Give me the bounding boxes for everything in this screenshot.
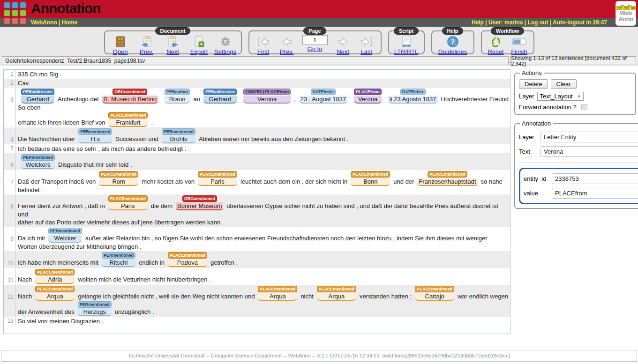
annotated-token[interactable]: ORGmentionedR. Museo di Berlino: [102, 88, 158, 104]
annotation-layer-input[interactable]: [540, 132, 638, 142]
first-page-link[interactable]: First: [257, 48, 269, 55]
goto-page[interactable]: Go to: [300, 35, 330, 52]
annotated-token[interactable]: PLACEmentionedFranzosenhauptstadt: [417, 171, 477, 186]
annotated-word[interactable]: 23 . August 1837: [299, 96, 348, 104]
annotated-word[interactable]: Ritschl: [102, 259, 135, 267]
annotation-label-badge[interactable]: PLACEmentioned: [35, 269, 75, 275]
annotated-word[interactable]: Bonn: [351, 178, 390, 186]
annotated-word[interactable]: Arqua: [258, 293, 297, 301]
annotation-label-badge[interactable]: PLACEmentioned: [198, 171, 237, 178]
doc-prev-icon[interactable]: [141, 35, 153, 48]
annotated-token[interactable]: PERaddresseeGerhard: [203, 88, 237, 104]
document-settings[interactable]: Settings: [214, 35, 237, 55]
annotation-label-badge[interactable]: PERmentioned: [78, 301, 112, 308]
annotated-token[interactable]: PERmentionedBrühls: [162, 128, 195, 143]
ltr-rtl-icon[interactable]: [400, 35, 413, 48]
annotation-label-badge[interactable]: PERaddressee: [21, 89, 54, 95]
first-page[interactable]: First: [253, 35, 274, 55]
annotated-token[interactable]: ORGmentionedBonner Museum: [176, 195, 223, 210]
annotation-label-badge[interactable]: PERmentioned: [78, 128, 112, 135]
last-page-arrow-icon[interactable]: [360, 35, 373, 48]
annotation-label-badge[interactable]: PLACEmentioned: [428, 171, 467, 178]
annotation-label-badge[interactable]: PLACEmentioned: [258, 286, 297, 292]
annotated-word[interactable]: Paris: [108, 202, 148, 210]
annotated-token[interactable]: PERmentionedH.s: [78, 128, 112, 143]
next-page[interactable]: Next: [333, 35, 353, 55]
annotated-word[interactable]: Paris: [198, 178, 237, 186]
annotated-token[interactable]: PLACEmentionedArqua: [317, 285, 356, 301]
value-input[interactable]: [552, 188, 638, 199]
annotated-word[interactable]: Verona: [354, 96, 382, 104]
annotated-token[interactable]: 2338753 | PLACEfromVerona: [243, 88, 291, 104]
progress-bar-icon[interactable]: [512, 35, 527, 48]
forward-annotation-checkbox[interactable]: [581, 104, 587, 110]
annotation-label-badge[interactable]: PLACEmentioned: [317, 286, 356, 292]
annotated-word[interactable]: Rom: [99, 178, 138, 186]
ltr-rtl-toggle[interactable]: LTR/RTL: [393, 35, 420, 55]
entity-id-input[interactable]: [552, 173, 638, 184]
annotated-word[interactable]: Welckers: [21, 161, 55, 169]
clear-button[interactable]: Clear: [551, 79, 577, 89]
prev-document[interactable]: Prev.: [135, 35, 158, 55]
home-link[interactable]: Home: [62, 19, 77, 26]
annotation-label-badge[interactable]: PLACEmentioned: [99, 171, 138, 178]
annotated-word[interactable]: H.s: [78, 135, 112, 143]
export-icon[interactable]: [193, 35, 205, 48]
next-page-link[interactable]: Next: [337, 48, 349, 55]
last-page[interactable]: Last: [356, 35, 377, 55]
reset-document[interactable]: Reset: [486, 35, 506, 55]
gear-icon[interactable]: [219, 35, 232, 48]
annotated-token[interactable]: PERmentionedHerzogs: [78, 301, 112, 316]
annotated-token[interactable]: DATEletter23 . August 1837: [299, 88, 348, 104]
annotated-word[interactable]: Herzogs: [78, 308, 112, 316]
annotation-label-badge[interactable]: PLACEmentioned: [351, 171, 390, 178]
annotated-word[interactable]: Arqua: [317, 293, 356, 301]
guidelines-link[interactable]: Guidelines: [438, 48, 467, 55]
prev-page-link[interactable]: Prev.: [280, 48, 293, 55]
finish-document[interactable]: Finish: [509, 35, 530, 55]
annotated-word[interactable]: R. Museo di Berlino: [102, 96, 158, 104]
annotated-word[interactable]: Gerhard: [203, 96, 237, 104]
annotated-token[interactable]: PLACEmentionedParis: [198, 171, 237, 186]
open-document[interactable]: Open: [109, 35, 132, 55]
annotated-token[interactable]: PLACEmentionedFrankfurt: [108, 111, 148, 127]
annotation-text-input[interactable]: [540, 146, 638, 157]
annotation-label-badge[interactable]: PLACEmentioned: [108, 112, 148, 119]
guidelines[interactable]: ? Guidelines: [436, 35, 470, 55]
annotation-label-badge[interactable]: PLACEmentioned: [168, 252, 207, 259]
recycle-icon[interactable]: [490, 35, 502, 48]
prev-page-arrow-icon[interactable]: [280, 35, 293, 48]
ltr-rtl-link[interactable]: LTR/RTL: [394, 48, 419, 55]
next-document[interactable]: Next: [161, 35, 185, 55]
annotated-token[interactable]: PLACEmentionedAdria: [35, 268, 75, 284]
annotated-word[interactable]: Adria: [35, 276, 75, 284]
annotated-word[interactable]: Frankfurt: [108, 119, 148, 127]
annotated-token[interactable]: PERmentionedRitschl: [102, 252, 135, 267]
annotation-label-badge[interactable]: PERauthor: [165, 89, 190, 95]
annotated-word[interactable]: Verona: [243, 96, 291, 104]
annotation-label-badge[interactable]: PERmentioned: [162, 128, 195, 135]
annotated-word[interactable]: Gerhard: [21, 96, 54, 104]
annotation-label-badge[interactable]: PLACEfrom: [354, 89, 382, 95]
doc-next-icon[interactable]: [167, 35, 179, 48]
annotated-token[interactable]: PERaddresseeGerhard: [21, 88, 54, 104]
annotated-token[interactable]: DATEletterli 23 Agosto 1837: [388, 88, 438, 104]
page-number-input[interactable]: [302, 35, 328, 45]
finish-link[interactable]: Finish: [511, 48, 527, 55]
annotated-token[interactable]: PLACEmentionedBonn: [351, 171, 390, 186]
annotation-label-badge[interactable]: DATEletter: [400, 89, 426, 95]
annotated-token[interactable]: PLACEmentionedArqua: [35, 285, 75, 301]
next-document-link[interactable]: Next: [166, 48, 179, 55]
annotated-word[interactable]: Arqua: [35, 293, 75, 301]
prev-page[interactable]: Prev.: [277, 35, 297, 55]
annotated-word[interactable]: Welcker: [48, 235, 82, 243]
open-link[interactable]: Open: [113, 48, 128, 55]
help-link[interactable]: Help: [472, 19, 484, 26]
question-mark-icon[interactable]: ?: [447, 35, 459, 48]
annotation-label-badge[interactable]: DATEletter: [311, 89, 336, 95]
open-cabinet-icon[interactable]: [114, 35, 127, 48]
annotated-word[interactable]: Bonner Museum: [176, 202, 223, 210]
export-document[interactable]: Export: [188, 35, 211, 55]
reset-link[interactable]: Reset: [488, 48, 504, 55]
annotated-token[interactable]: PLACEfromVerona: [354, 88, 382, 104]
